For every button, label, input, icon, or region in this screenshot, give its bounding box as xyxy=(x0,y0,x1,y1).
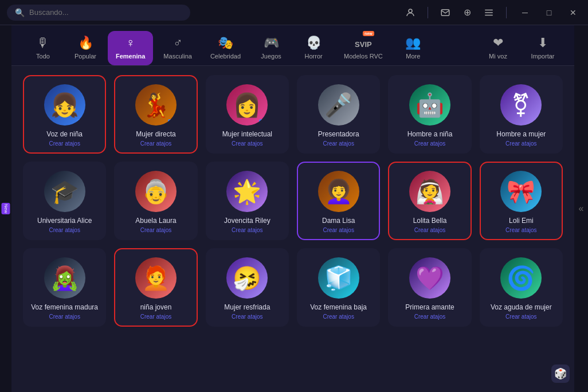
card-avatar-12: 🎀 xyxy=(500,171,542,212)
tab-celebridad-label: Celebridad xyxy=(210,53,241,60)
card-action-2[interactable]: Crear atajos xyxy=(140,140,171,147)
tab-popular-label: Popular xyxy=(75,53,96,60)
card-action-18[interactable]: Crear atajos xyxy=(505,313,536,320)
card-action-5[interactable]: Crear atajos xyxy=(414,140,445,147)
tab-modelos-rvc-label: Modelos RVC xyxy=(344,53,383,60)
card-name-12: Loli Emi xyxy=(487,217,556,225)
card-name-17: Primera amante xyxy=(395,303,464,311)
cards-grid: 👧AIVoz de niñaCrear atajos💃AIMujer direc… xyxy=(23,75,563,327)
voice-card-4[interactable]: 🎤PresentadoraCrear atajos xyxy=(297,75,380,154)
tab-juegos[interactable]: 🎮 Juegos xyxy=(251,31,291,65)
card-avatar-1: 👧AI xyxy=(44,84,85,126)
card-action-4[interactable]: Crear atajos xyxy=(323,140,354,147)
masculina-icon: ♂ xyxy=(173,36,183,50)
sidebar-right-collapse[interactable]: « xyxy=(574,25,588,392)
card-action-16[interactable]: Crear atajos xyxy=(323,313,354,320)
tab-more[interactable]: 👥 More xyxy=(393,31,433,65)
new-sidebar-badge: New xyxy=(2,203,10,214)
tab-horror[interactable]: 💀 Horror xyxy=(293,31,334,65)
card-name-14: niña joven xyxy=(121,303,190,311)
voice-card-15[interactable]: 🤧Mujer resfriadaCrear atajos xyxy=(206,248,289,327)
card-avatar-13: 🧟‍♀️ xyxy=(44,257,85,299)
voice-card-7[interactable]: 🎓Universitaria AliceCrear atajos xyxy=(23,162,106,240)
card-name-5: Hombre a niña xyxy=(395,130,464,138)
card-action-13[interactable]: Crear atajos xyxy=(49,313,80,320)
tab-importar[interactable]: ⬇ Importar xyxy=(523,31,563,65)
card-action-9[interactable]: Crear atajos xyxy=(232,227,262,233)
card-name-10: Dama Lisa xyxy=(304,217,373,225)
minimize-button[interactable]: ─ xyxy=(517,5,533,21)
tab-masculina-label: Masculina xyxy=(163,53,192,60)
card-action-6[interactable]: Crear atajos xyxy=(505,140,536,147)
card-action-3[interactable]: Crear atajos xyxy=(232,140,262,147)
todo-icon: 🎙 xyxy=(37,36,49,50)
dice-button[interactable]: 🎲 xyxy=(551,364,570,383)
voice-card-18[interactable]: 🌀Voz aguda de mujerCrear atajos xyxy=(480,248,563,327)
voice-card-5[interactable]: 🤖Hombre a niñaCrear atajos xyxy=(388,75,471,154)
voice-card-3[interactable]: 👩AIMujer intelectualCrear atajos xyxy=(206,75,289,154)
card-action-11[interactable]: Crear atajos xyxy=(414,227,445,233)
card-name-4: Presentadora xyxy=(304,130,373,138)
close-button[interactable]: ✕ xyxy=(565,5,581,21)
horror-icon: 💀 xyxy=(306,36,322,50)
divider-2 xyxy=(506,7,507,18)
juegos-icon: 🎮 xyxy=(264,36,279,50)
divider-1 xyxy=(428,7,428,18)
card-action-12[interactable]: Crear atajos xyxy=(505,227,536,233)
voice-card-2[interactable]: 💃AIMujer directaCrear atajos xyxy=(114,75,197,154)
tab-celebridad[interactable]: 🎭 Celebridad xyxy=(202,31,249,65)
voice-card-17[interactable]: 💜Primera amanteCrear atajos xyxy=(388,248,471,327)
search-input[interactable] xyxy=(29,8,182,17)
mi-voz-icon: ❤ xyxy=(493,36,503,50)
card-name-2: Mujer directa xyxy=(121,130,190,138)
tab-juegos-label: Juegos xyxy=(261,53,281,60)
voice-card-13[interactable]: 🧟‍♀️Voz femenina maduraCrear atajos xyxy=(23,248,106,327)
card-avatar-16: 🧊 xyxy=(318,257,359,299)
card-name-11: Lolita Bella xyxy=(395,217,464,225)
discord-icon[interactable]: ⊕ xyxy=(460,6,474,19)
tab-masculina[interactable]: ♂ Masculina xyxy=(155,31,200,65)
voice-card-10[interactable]: 👩‍🦱Dama LisaCrear atajos xyxy=(297,162,380,240)
voice-card-1[interactable]: 👧AIVoz de niñaCrear atajos xyxy=(23,75,106,154)
card-action-14[interactable]: Crear atajos xyxy=(140,313,171,320)
voice-card-9[interactable]: 🌟Jovencita RileyCrear atajos xyxy=(206,162,289,240)
card-action-17[interactable]: Crear atajos xyxy=(414,313,445,320)
card-name-1: Voz de niña xyxy=(30,130,99,138)
search-bar[interactable]: 🔍 xyxy=(7,5,190,21)
card-name-15: Mujer resfriada xyxy=(213,303,282,311)
card-name-3: Mujer intelectual xyxy=(213,130,282,138)
tab-todo[interactable]: 🎙 Todo xyxy=(23,31,63,65)
ai-badge-2: AI xyxy=(168,119,175,124)
tab-todo-label: Todo xyxy=(36,53,50,60)
voice-card-12[interactable]: 🎀Loli EmiCrear atajos xyxy=(480,162,563,240)
card-action-15[interactable]: Crear atajos xyxy=(232,313,262,320)
card-avatar-7: 🎓 xyxy=(44,171,85,212)
celebridad-icon: 🎭 xyxy=(218,36,233,50)
voice-card-16[interactable]: 🧊Voz femenina bajaCrear atajos xyxy=(297,248,380,327)
center-content: 🎙 Todo 🔥 Popular ♀ Femenina ♂ Masculina … xyxy=(11,25,574,392)
main-content: New 🎙 Todo 🔥 Popular ♀ Femenina ♂ Mascul… xyxy=(0,25,588,392)
mail-icon[interactable] xyxy=(438,6,452,19)
card-action-1[interactable]: Crear atajos xyxy=(49,140,80,147)
card-name-16: Voz femenina baja xyxy=(304,303,373,311)
voice-card-8[interactable]: 👵Abuela LauraCrear atajos xyxy=(114,162,197,240)
card-avatar-4: 🎤 xyxy=(318,84,359,126)
voice-card-6[interactable]: ⚧Hombre a mujerCrear atajos xyxy=(480,75,563,154)
card-action-7[interactable]: Crear atajos xyxy=(49,227,80,233)
tab-popular[interactable]: 🔥 Popular xyxy=(65,31,105,65)
user-icon[interactable] xyxy=(403,6,417,19)
card-action-8[interactable]: Crear atajos xyxy=(140,227,171,233)
card-avatar-6: ⚧ xyxy=(500,84,542,126)
menu-icon[interactable] xyxy=(482,6,496,19)
card-action-10[interactable]: Crear atajos xyxy=(323,227,354,233)
maximize-button[interactable]: □ xyxy=(541,5,557,21)
voice-card-14[interactable]: 🧑‍🦰niña jovenCrear atajos xyxy=(114,248,197,327)
tab-femenina[interactable]: ♀ Femenina xyxy=(108,31,153,65)
tab-modelos-rvc[interactable]: SVIP new Modelos RVC xyxy=(336,31,391,65)
tab-mi-voz[interactable]: ❤ Mi voz xyxy=(478,31,518,65)
tab-importar-label: Importar xyxy=(531,53,555,60)
femenina-icon: ♀ xyxy=(126,36,135,50)
card-avatar-9: 🌟 xyxy=(226,171,268,212)
voice-card-11[interactable]: 👰Lolita BellaCrear atajos xyxy=(388,162,471,240)
card-avatar-15: 🤧 xyxy=(226,257,268,299)
